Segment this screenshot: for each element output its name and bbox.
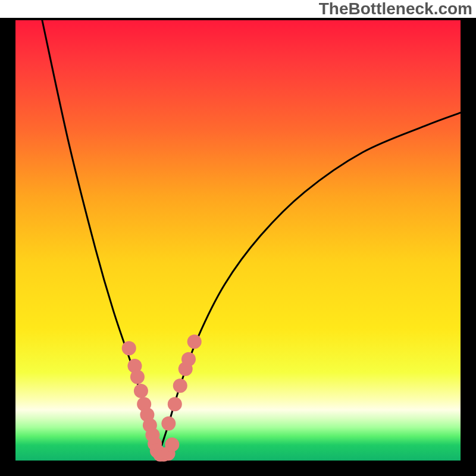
bottleneck-chart <box>0 0 476 476</box>
